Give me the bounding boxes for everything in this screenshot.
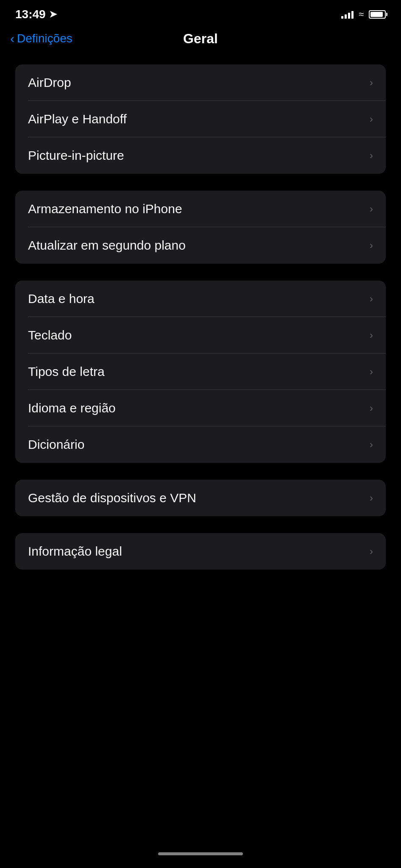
settings-item-airplay-handoff[interactable]: AirPlay e Handoff › xyxy=(15,101,386,137)
chevron-right-icon: › xyxy=(370,203,373,215)
settings-item-legal-info[interactable]: Informação legal › xyxy=(15,533,386,570)
settings-item-label: Picture-in-picture xyxy=(28,148,124,163)
settings-item-label: Informação legal xyxy=(28,544,122,559)
settings-group-storage: Armazenamento no iPhone › Atualizar em s… xyxy=(15,191,386,264)
signal-bar-4 xyxy=(351,11,354,19)
settings-item-background-refresh[interactable]: Atualizar em segundo plano › xyxy=(15,227,386,264)
settings-item-label: Armazenamento no iPhone xyxy=(28,202,182,216)
chevron-right-icon: › xyxy=(370,492,373,504)
signal-bars-icon xyxy=(341,10,354,19)
chevron-right-icon: › xyxy=(370,329,373,341)
settings-item-picture-in-picture[interactable]: Picture-in-picture › xyxy=(15,137,386,174)
settings-item-label: Dicionário xyxy=(28,437,84,452)
status-time: 13:49 ➤ xyxy=(15,8,57,21)
wifi-icon: ≈ xyxy=(359,9,364,20)
back-button[interactable]: ‹ Definições xyxy=(10,31,72,46)
settings-item-label: Gestão de dispositivos e VPN xyxy=(28,491,196,505)
battery-fill xyxy=(370,12,383,17)
settings-content: AirDrop › AirPlay e Handoff › Picture-in… xyxy=(0,56,401,595)
settings-item-fonts[interactable]: Tipos de letra › xyxy=(15,353,386,390)
settings-item-dictionary[interactable]: Dicionário › xyxy=(15,426,386,463)
chevron-right-icon: › xyxy=(370,439,373,451)
signal-bar-2 xyxy=(345,14,347,19)
settings-item-airdrop[interactable]: AirDrop › xyxy=(15,64,386,101)
status-icons: ≈ xyxy=(341,9,386,20)
chevron-left-icon: ‹ xyxy=(10,31,14,46)
settings-item-label: Tipos de letra xyxy=(28,364,105,379)
settings-group-airdrop: AirDrop › AirPlay e Handoff › Picture-in… xyxy=(15,64,386,174)
settings-item-label: Atualizar em segundo plano xyxy=(28,238,186,253)
settings-item-language-region[interactable]: Idioma e região › xyxy=(15,390,386,426)
settings-item-label: AirDrop xyxy=(28,75,71,90)
chevron-right-icon: › xyxy=(370,402,373,414)
settings-group-language: Data e hora › Teclado › Tipos de letra ›… xyxy=(15,281,386,463)
settings-group-management: Gestão de dispositivos e VPN › xyxy=(15,480,386,516)
chevron-right-icon: › xyxy=(370,545,373,557)
chevron-right-icon: › xyxy=(370,77,373,89)
settings-item-label: Data e hora xyxy=(28,292,95,306)
page-title: Geral xyxy=(183,31,218,47)
home-bar xyxy=(158,852,243,855)
chevron-right-icon: › xyxy=(370,150,373,161)
signal-bar-3 xyxy=(348,13,350,19)
status-bar: 13:49 ➤ ≈ xyxy=(0,0,401,25)
location-icon: ➤ xyxy=(49,9,57,20)
chevron-right-icon: › xyxy=(370,239,373,251)
settings-item-iphone-storage[interactable]: Armazenamento no iPhone › xyxy=(15,191,386,227)
settings-item-label: Teclado xyxy=(28,328,72,342)
settings-item-keyboard[interactable]: Teclado › xyxy=(15,317,386,353)
settings-item-device-management-vpn[interactable]: Gestão de dispositivos e VPN › xyxy=(15,480,386,516)
chevron-right-icon: › xyxy=(370,366,373,378)
nav-bar: ‹ Definições Geral xyxy=(0,25,401,56)
chevron-right-icon: › xyxy=(370,113,373,125)
signal-bar-1 xyxy=(341,16,343,19)
chevron-right-icon: › xyxy=(370,293,373,305)
time-display: 13:49 xyxy=(15,8,46,21)
battery-icon xyxy=(369,10,386,19)
settings-group-legal: Informação legal › xyxy=(15,533,386,570)
back-label: Definições xyxy=(17,32,72,45)
settings-item-label: Idioma e região xyxy=(28,401,116,415)
settings-item-date-time[interactable]: Data e hora › xyxy=(15,281,386,317)
settings-item-label: AirPlay e Handoff xyxy=(28,112,127,126)
home-indicator xyxy=(0,844,401,864)
